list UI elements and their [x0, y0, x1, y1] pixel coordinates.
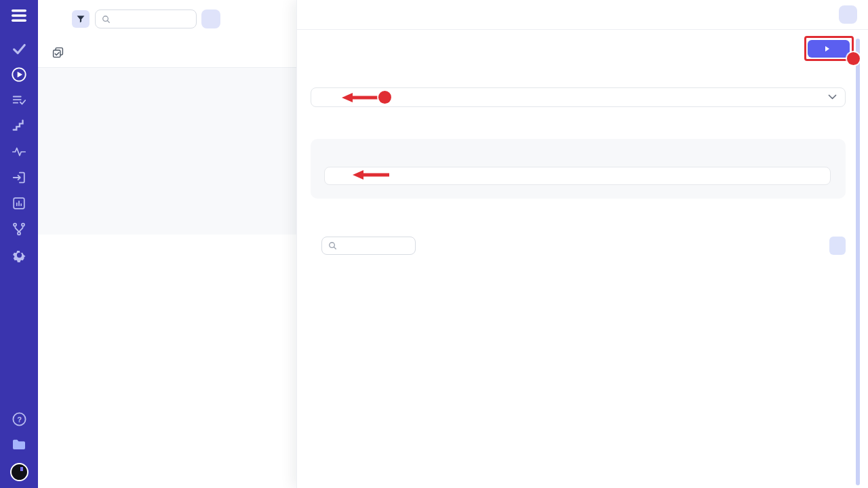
new-test-plan-button[interactable] — [829, 237, 846, 255]
play-icon — [825, 46, 829, 52]
select-all-icon[interactable] — [52, 46, 64, 59]
filter-button[interactable] — [72, 10, 90, 28]
reports-bar-chart-icon[interactable] — [11, 195, 27, 212]
runs-area-chart — [38, 87, 296, 235]
chevron-down-icon — [828, 94, 837, 100]
hamburger-menu-icon[interactable] — [11, 9, 27, 22]
settings-gear-icon[interactable] — [11, 246, 27, 264]
help-icon[interactable]: ? — [11, 410, 27, 428]
git-branch-icon[interactable] — [11, 220, 27, 238]
avatar-t[interactable] — [10, 463, 28, 481]
test-plans-search[interactable] — [321, 237, 416, 255]
runs-panel-header — [38, 0, 296, 38]
runs-play-circle-icon[interactable] — [11, 66, 27, 83]
pulse-activity-icon[interactable] — [11, 143, 27, 161]
test-plans-header — [311, 236, 846, 255]
modal-close-button[interactable] — [839, 5, 857, 24]
left-rail: ? — [0, 0, 38, 488]
annotation-arrow-profile — [340, 92, 380, 103]
import-sign-in-icon[interactable] — [11, 169, 27, 186]
runs-search[interactable] — [95, 9, 197, 28]
modal-scrollbar[interactable] — [856, 39, 860, 485]
modal-header — [297, 0, 868, 30]
annotation-arrow-ref — [351, 169, 391, 180]
test-plans-search-input[interactable] — [341, 241, 409, 249]
breadcrumb-separator — [57, 14, 64, 25]
runs-tab-bar — [38, 38, 296, 68]
runs-panel — [38, 0, 296, 488]
search-icon — [102, 15, 111, 24]
configuration-box — [311, 139, 846, 199]
runs-chart-section — [38, 68, 296, 235]
runs-search-input[interactable] — [115, 15, 190, 23]
search-icon — [328, 241, 337, 250]
annotation-badge-10 — [847, 52, 860, 65]
launch-button[interactable] — [808, 40, 850, 58]
projects-folder-icon[interactable] — [11, 436, 27, 453]
ref-input[interactable] — [324, 167, 831, 185]
annotation-badge-9 — [378, 91, 391, 104]
steps-icon[interactable] — [11, 117, 27, 135]
svg-text:?: ? — [17, 415, 22, 423]
tests-check-icon[interactable] — [11, 40, 27, 58]
runs-panel-close-button[interactable] — [201, 9, 220, 28]
test-plans-list-check-icon[interactable] — [11, 92, 27, 109]
new-automated-run-modal — [296, 0, 868, 488]
funnel-icon — [76, 14, 85, 24]
breadcrumb[interactable] — [57, 14, 64, 25]
